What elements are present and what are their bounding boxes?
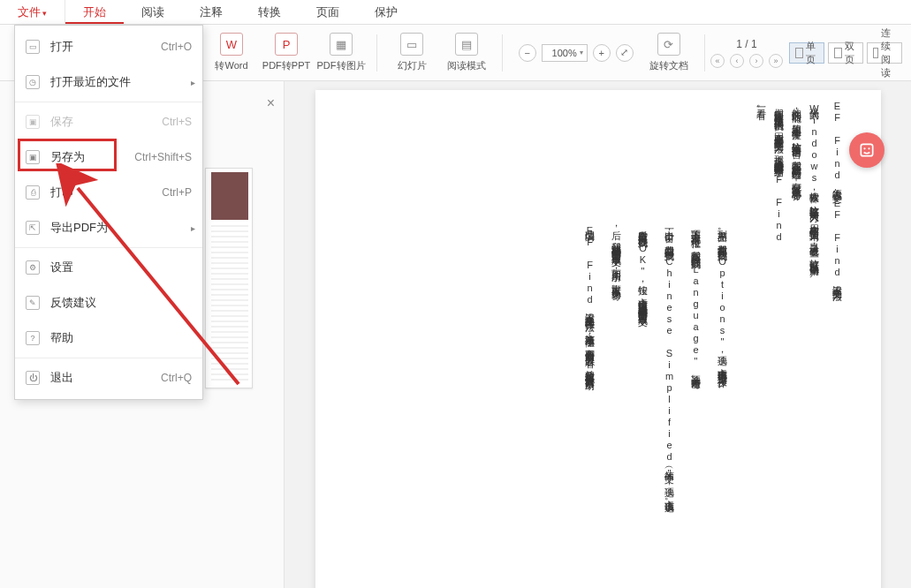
page-prev-button[interactable]: ‹ [730, 54, 744, 68]
menu-open-shortcut: Ctrl+O [161, 41, 192, 53]
svg-point-2 [868, 147, 869, 149]
menu-print-label: 打印 [50, 185, 162, 200]
btn-readmode[interactable]: ▤ 阅读模式 [447, 33, 486, 72]
saveas-icon: ▣ [26, 150, 40, 164]
menu-open-recent[interactable]: ◷ 打开最近的文件 ▸ [15, 64, 202, 100]
menu-save[interactable]: ▣ 保存 Ctrl+S [15, 104, 202, 139]
help-icon: ? [26, 331, 40, 345]
btn-slideshow[interactable]: ▭ 幻灯片 [392, 33, 431, 72]
menu-open[interactable]: ▭ 打开 Ctrl+O [15, 29, 202, 64]
doc-paragraph: 看一看。 [752, 101, 770, 114]
readmode-icon: ▤ [455, 33, 478, 56]
menu-print[interactable]: ⎙ 打印 Ctrl+P [15, 175, 202, 210]
word-icon: W [220, 33, 243, 56]
btn-to-ppt[interactable]: P PDF转PPT [267, 33, 306, 72]
svg-point-1 [863, 147, 865, 149]
doc-paragraph: 出一个窗口，我们在窗口中找到"Chinese Simplified（简体中文）"… [660, 222, 678, 507]
page-last-button[interactable]: » [769, 54, 783, 68]
gear-icon: ⚙ [26, 260, 40, 275]
close-icon[interactable]: × [267, 95, 275, 111]
btn-to-word[interactable]: W 转Word [212, 33, 251, 72]
view-single-button[interactable]: 单页 [789, 42, 824, 64]
btn-slideshow-label: 幻灯片 [398, 59, 427, 72]
double-page-icon [834, 48, 842, 58]
menu-tab-convert[interactable]: 转换 [240, 0, 299, 24]
chevron-right-icon: ▸ [191, 223, 195, 233]
page-thumbnail[interactable] [205, 168, 253, 388]
open-icon: ▭ [26, 40, 40, 54]
doc-paragraph: 到主界面。我们在界面顶部找到"Options"选项，点击该选项再进行下一步操作。 [713, 222, 731, 382]
menu-separator [15, 102, 202, 102]
btn-rotate[interactable]: ⟳ 旋转文档 [649, 33, 688, 72]
file-dropdown-menu: ▭ 打开 Ctrl+O ◷ 打开最近的文件 ▸ ▣ 保存 Ctrl+S ▣ 另存… [14, 25, 203, 400]
menu-bar: 文件 开始 阅读 注释 转换 页面 保护 [0, 0, 911, 25]
feedback-icon: ✎ [26, 296, 40, 310]
menu-open-label: 打开 [50, 39, 161, 55]
zoom-value[interactable]: 100% [542, 44, 588, 62]
menu-export-pdf[interactable]: ⇱ 导出PDF为 ▸ [15, 210, 202, 245]
menu-separator [15, 247, 202, 248]
menu-exit[interactable]: ⏻ 退出 Ctrl+Q [15, 360, 202, 396]
menu-tab-read[interactable]: 阅读 [124, 0, 182, 24]
menu-print-shortcut: Ctrl+P [162, 186, 192, 199]
continuous-icon [873, 48, 878, 58]
menu-file[interactable]: 文件 [0, 0, 65, 24]
page-first-button[interactable]: « [710, 54, 725, 68]
menu-feedback[interactable]: ✎ 反馈建议 [15, 285, 202, 320]
btn-to-word-label: 转Word [215, 59, 247, 72]
zoom-in-button[interactable]: + [593, 44, 611, 62]
menu-help[interactable]: ? 帮助 [15, 320, 202, 356]
view-continuous-label: 连续阅读 [881, 26, 896, 79]
menu-exit-shortcut: Ctrl+Q [161, 372, 192, 384]
chevron-right-icon: ▸ [191, 78, 195, 87]
doc-paragraph: 强大的Windows搜索软件，这软件界面清爽大方。用户在软件中输入单词、目录或者… [805, 101, 823, 260]
view-single-label: 单页 [806, 40, 818, 66]
view-double-button[interactable]: 双页 [828, 42, 863, 64]
menu-save-as-shortcut: Ctrl+Shift+S [134, 151, 192, 163]
doc-paragraph: 的文件的功能，使用起来非常方便。这软件支持多国语言。我们在下载这款软件的过程中，… [787, 101, 805, 185]
menu-save-shortcut: Ctrl+S [162, 116, 192, 128]
single-page-icon [795, 48, 803, 58]
zoom-fit-button[interactable]: ⤢ [616, 44, 634, 62]
thumbnail-text-lines [211, 225, 248, 381]
app-window: { "menubar": { "file": "文件", "tabs": ["开… [0, 0, 911, 588]
menu-tab-start[interactable]: 开始 [65, 0, 124, 24]
doc-paragraph: 项下方会出现一个下拉框，我们在下拉框的底部找到"Language"选项并点击即可… [687, 222, 704, 384]
page-number: 1 / 1 [736, 38, 756, 50]
menu-tab-annotate[interactable]: 注释 [182, 0, 240, 24]
btn-rotate-label: 旋转文档 [649, 59, 688, 72]
rotate-icon: ⟳ [657, 33, 680, 56]
menu-help-label: 帮助 [50, 330, 192, 346]
recent-icon: ◷ [26, 75, 40, 89]
image-icon: ▦ [330, 33, 353, 56]
menu-save-as[interactable]: ▣ 另存为 Ctrl+Shift+S [15, 139, 202, 175]
zoom-out-button[interactable]: − [519, 44, 536, 62]
menu-export-pdf-label: 导出PDF为 [50, 220, 192, 236]
slideshow-icon: ▭ [400, 33, 423, 56]
btn-to-image[interactable]: ▦ PDF转图片 [322, 33, 361, 72]
smile-icon [858, 141, 876, 159]
btn-to-image-label: PDF转图片 [317, 59, 366, 72]
thumbnail-image-block [211, 172, 248, 220]
print-icon: ⎙ [26, 185, 40, 200]
ppt-icon: P [275, 33, 298, 56]
menu-open-recent-label: 打开最近的文件 [50, 74, 192, 90]
doc-paragraph: 后，我们就成功将软件的界面语言设置成中文了，如下图所示，大家可以作为参考。 [607, 222, 625, 294]
doc-paragraph: 后在窗口底部可以找到"OK"按钮，点击该按钮就可以成功将软件的界面语言设置成中文… [634, 222, 651, 320]
svg-rect-0 [861, 144, 872, 155]
save-icon: ▣ [26, 115, 40, 129]
menu-feedback-label: 反馈建议 [50, 295, 192, 311]
document-viewport[interactable]: EF Find怎么设置中文-EF Find设置中文的方法 强大的Windows搜… [285, 81, 911, 588]
exit-icon: ⏻ [26, 371, 40, 385]
menu-exit-label: 退出 [50, 370, 161, 386]
menu-separator [15, 358, 202, 358]
zoom-group: − 100% + ⤢ [519, 44, 634, 62]
menu-tab-page[interactable]: 页面 [299, 0, 357, 24]
view-continuous-button[interactable]: 连续阅读 [867, 42, 902, 64]
doc-title: EF Find怎么设置中文-EF Find设置中文的方法 [828, 101, 846, 284]
page-next-button[interactable]: › [749, 54, 763, 68]
menu-settings[interactable]: ⚙ 设置 [15, 250, 202, 285]
assistant-float-button[interactable] [849, 132, 884, 168]
btn-to-ppt-label: PDF转PPT [262, 59, 310, 72]
menu-tab-protect[interactable]: 保护 [357, 0, 415, 24]
